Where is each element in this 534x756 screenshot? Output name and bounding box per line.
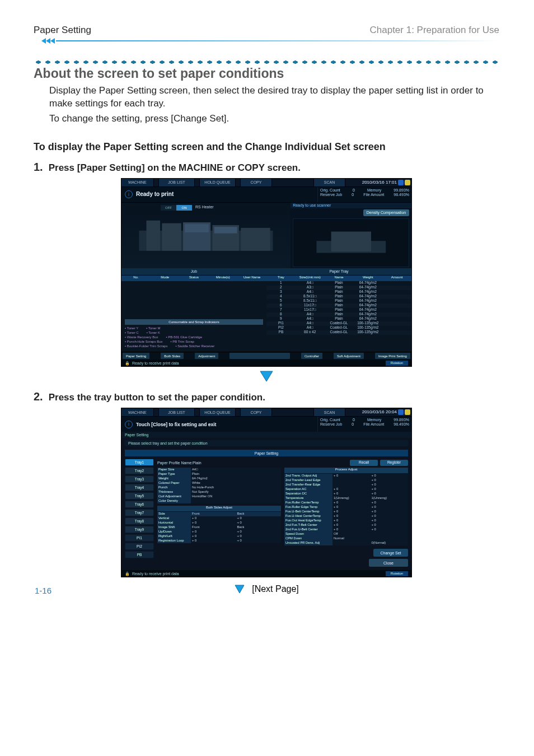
- tray-button[interactable]: PB: [125, 551, 154, 558]
- tab-joblist[interactable]: JOB LIST: [159, 179, 195, 186]
- procedure-heading: To display the Paper Setting screen and …: [34, 141, 499, 153]
- svg-rect-9: [331, 231, 371, 251]
- info-icon[interactable]: [398, 409, 404, 415]
- tab-machine[interactable]: MACHINE: [121, 179, 154, 186]
- section-para-2: To change the setting, press [Change Set…: [49, 113, 499, 125]
- header-section: Paper Setting: [34, 25, 91, 36]
- svg-rect-6: [185, 225, 209, 233]
- rotation-button-2[interactable]: Rotation: [386, 571, 408, 576]
- printer-diagram: OFF ON RS Heater: [121, 203, 291, 268]
- header-rule: [34, 37, 499, 45]
- clock-text-2: 2010/03/16 20:04: [362, 410, 397, 414]
- tray-button[interactable]: Tray4: [125, 484, 154, 491]
- bottom-btn: [229, 353, 290, 359]
- footer-status-2: 🔒 Ready to receive print data: [125, 572, 179, 576]
- scanner-status: Ready to use scanner: [291, 203, 411, 208]
- tab-copy[interactable]: COPY: [241, 179, 272, 186]
- tray-button[interactable]: Tray9: [125, 526, 154, 533]
- bottom-btn[interactable]: Paper Setting: [123, 353, 149, 359]
- tab-sep: [154, 179, 159, 186]
- tray-rows: 1A4□Plain64-74g/m22A3□Plain64-74g/m23A4□…: [266, 281, 411, 335]
- tray-button[interactable]: Tray6: [125, 501, 154, 508]
- tab-scan-2[interactable]: SCAN: [314, 408, 345, 416]
- svg-marker-10: [260, 371, 273, 381]
- tray-button[interactable]: Tray5: [125, 492, 154, 500]
- tab-holdqueue-2[interactable]: HOLD QUEUE: [200, 408, 236, 416]
- step-text-2: Press the tray button to set the paper c…: [49, 392, 265, 403]
- step-number-1: 1.: [34, 161, 43, 174]
- tray-button[interactable]: PI1: [125, 534, 154, 542]
- footer-status: 🔒 Ready to receive print data: [125, 361, 179, 365]
- tray-button[interactable]: Tray3: [125, 475, 154, 483]
- bottom-btn[interactable]: Controller: [301, 353, 322, 359]
- tray-columns: TraySize(Unit:mm)NameWeightAmount: [266, 276, 411, 281]
- both-sides-rows: Vertical+ 0+ 0Horizontal+ 0+ 0Image Shif…: [157, 516, 281, 543]
- tab-scan[interactable]: SCAN: [314, 179, 345, 186]
- help-icon[interactable]: [405, 180, 410, 185]
- papertray-header: Paper Tray: [266, 268, 411, 275]
- clock-area: 2010/03/16 17:01: [345, 179, 411, 186]
- header-chapter: Chapter 1: Preparation for Use: [369, 25, 499, 36]
- instruction: Please select tray and set the paper con…: [125, 440, 408, 446]
- close-button[interactable]: Close: [369, 559, 408, 567]
- machine-screen: MACHINE JOB LIST HOLD QUEUE COPY SCAN 20…: [121, 178, 412, 367]
- status-message-2: Touch [Close] to fix setting and exit: [136, 422, 216, 427]
- svg-rect-7: [214, 227, 237, 234]
- tray-button[interactable]: Tray8: [125, 517, 154, 525]
- page-number: 1-16: [35, 586, 51, 595]
- next-page-label: [Next Page]: [252, 584, 299, 594]
- tray-list: Tray1Tray2Tray3Tray4Tray5Tray6Tray7Tray8…: [125, 459, 154, 567]
- chevron-left-icon: [34, 37, 56, 45]
- recall-button[interactable]: Recall: [350, 460, 378, 466]
- svg-rect-5: [241, 228, 270, 251]
- rs-heater-label: RS Heater: [195, 205, 214, 209]
- bottom-btn[interactable]: Soft Adjustment: [334, 353, 364, 359]
- rotation-button[interactable]: Rotation: [386, 361, 408, 366]
- rs-heater-on[interactable]: ON: [176, 205, 192, 211]
- consumables-list: • Toner Y• Toner M• Toner C• Toner K• Wa…: [121, 326, 266, 352]
- tab-copy-2[interactable]: COPY: [241, 408, 272, 416]
- info-circle-icon: i: [125, 190, 133, 198]
- panel-title: Paper Setting: [125, 450, 408, 456]
- both-sides-cols: SideFrontBack: [157, 512, 281, 516]
- status-message: Ready to print: [136, 192, 174, 197]
- tray-button[interactable]: PI2: [125, 543, 154, 550]
- bottom-btn[interactable]: Both Sides: [161, 353, 184, 359]
- bottom-buttons: Paper SettingBoth SidesAdjustmentControl…: [121, 352, 411, 360]
- tray-button[interactable]: Tray7: [125, 509, 154, 516]
- printer-icon: [130, 212, 282, 258]
- help-icon[interactable]: [405, 409, 410, 415]
- bottom-btn[interactable]: Adjustment: [195, 353, 218, 359]
- section-para-1: Display the Paper Setting screen, then s…: [49, 85, 499, 110]
- arrow-down-icon: [234, 584, 245, 594]
- paper-properties: Paper SizeA4□Paper TypePlainWeight64-74g…: [157, 468, 281, 503]
- bottom-btn[interactable]: Image Print Setting: [375, 353, 410, 359]
- arrow-down-icon: [259, 370, 274, 382]
- rs-heater-off[interactable]: OFF: [161, 205, 176, 211]
- paper-setting-screen: MACHINE JOB LIST HOLD QUEUE COPY SCAN 20…: [121, 408, 412, 577]
- step-number-2: 2.: [34, 390, 43, 403]
- register-button[interactable]: Register: [380, 460, 408, 466]
- job-columns: No.ModeStatusMinute(s)User Name: [121, 276, 266, 281]
- dotted-rule: [34, 59, 499, 65]
- both-sides-header: Both Sides Adjust: [157, 506, 281, 511]
- svg-rect-1: [147, 221, 161, 251]
- density-compensation-button[interactable]: Density Compensation: [363, 209, 409, 216]
- info-circle-icon: i: [125, 421, 133, 428]
- section-heading: About the screen to set paper conditions: [34, 66, 499, 81]
- tray-button[interactable]: Tray2: [125, 467, 154, 474]
- job-header: Job: [121, 268, 266, 275]
- step-text-1: Press [Paper Setting] on the MACHINE or …: [49, 162, 301, 174]
- change-set-button[interactable]: Change Set: [373, 549, 408, 557]
- svg-rect-2: [162, 223, 181, 251]
- consumables-label: Consumable and Scrap Indicators: [125, 319, 263, 325]
- scanner-mini-diagram: [293, 218, 409, 267]
- svg-marker-11: [235, 585, 244, 593]
- tab-machine-2[interactable]: MACHINE: [121, 408, 154, 416]
- tab-joblist-2[interactable]: JOB LIST: [159, 408, 195, 416]
- tray-button[interactable]: Tray1: [125, 459, 154, 466]
- job-body: [121, 281, 266, 317]
- info-icon[interactable]: [398, 180, 404, 185]
- tab-holdqueue[interactable]: HOLD QUEUE: [200, 179, 236, 186]
- process-adjust-header: Process Adjust: [284, 468, 408, 473]
